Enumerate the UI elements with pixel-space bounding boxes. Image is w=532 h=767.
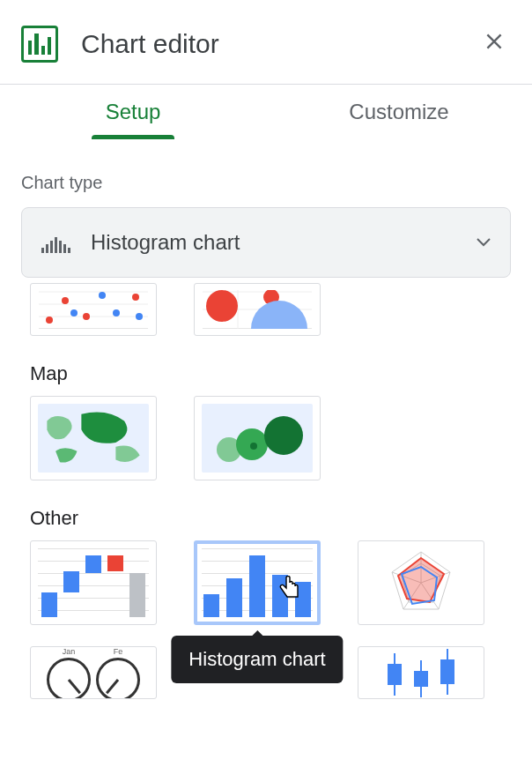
tab-bar: Setup Customize [0,85,532,139]
map-row [0,396,532,480]
chart-option-bubble[interactable] [194,283,321,336]
dropdown-caret-icon [477,235,491,250]
tab-customize[interactable]: Customize [266,85,532,139]
cursor-pointer-icon [278,576,303,602]
chart-type-label: Chart type [0,139,532,207]
close-icon [483,30,506,53]
svg-point-10 [113,309,120,316]
candlestick-thumb-icon [366,651,477,698]
scatter-thumb-icon [39,290,148,329]
chart-option-geo[interactable] [30,396,157,480]
chart-option-radar[interactable] [358,540,484,625]
chart-option-candlestick[interactable] [358,646,484,699]
svg-point-7 [132,294,139,301]
gauge-thumb-icon: Jan Fe [47,647,140,699]
geo-thumb-icon [38,404,149,473]
waterfall-thumb-icon [38,548,149,617]
svg-point-5 [62,297,69,304]
other-row-2: Jan Fe [0,646,532,699]
tab-setup[interactable]: Setup [0,85,266,139]
chart-type-dropdown[interactable]: Histogram chart [21,207,511,278]
geo-bubble-thumb-icon [202,404,313,473]
svg-point-17 [206,290,238,322]
svg-point-8 [70,309,78,316]
bubble-thumb-icon [203,290,312,329]
chart-type-value: Histogram chart [91,230,240,255]
svg-point-11 [136,313,143,320]
editor-header: Chart editor [0,0,532,85]
svg-point-4 [46,316,53,324]
close-button[interactable] [477,25,511,63]
panel-title: Chart editor [81,29,219,59]
chart-editor-icon [21,26,58,63]
svg-point-23 [264,416,303,455]
chart-option-waterfall[interactable] [30,540,157,625]
svg-point-9 [99,292,106,299]
group-label-map: Map [0,336,532,396]
chart-option-geo-bubble[interactable] [194,396,321,480]
radar-thumb-icon [386,547,456,618]
chart-option-histogram[interactable]: Histogram chart [194,540,321,625]
group-label-other: Other [0,480,532,540]
chart-option-scatter[interactable] [30,283,157,336]
svg-point-22 [250,443,257,450]
chart-option-gauge[interactable]: Jan Fe [30,646,157,699]
chart-option-scorecard[interactable] [194,646,321,699]
histogram-icon [41,232,77,253]
other-row-1: Histogram chart [0,540,532,625]
scatter-row [0,283,532,336]
svg-point-6 [83,313,90,320]
